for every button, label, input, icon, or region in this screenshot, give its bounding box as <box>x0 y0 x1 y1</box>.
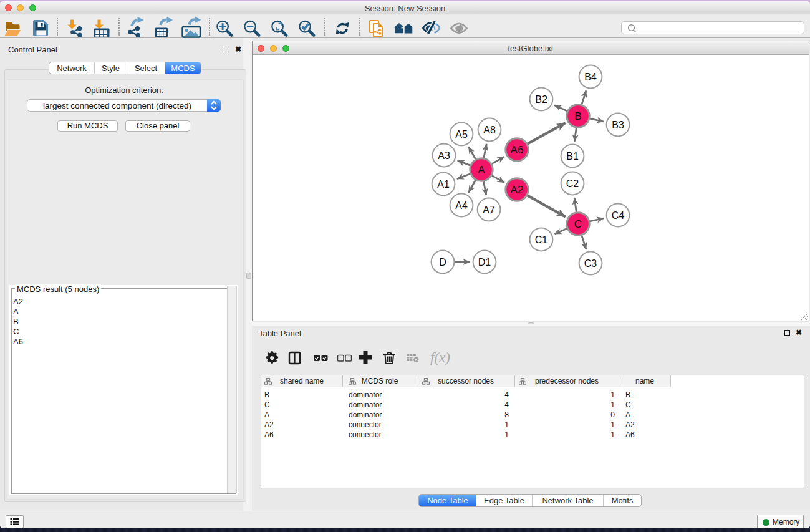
svg-text:C2: C2 <box>566 178 579 189</box>
svg-text:A7: A7 <box>483 205 495 215</box>
svg-text:B4: B4 <box>584 72 597 82</box>
svg-text:A5: A5 <box>455 129 468 140</box>
svg-text:A3: A3 <box>438 150 450 161</box>
svg-text:B3: B3 <box>612 120 624 130</box>
svg-text:D1: D1 <box>478 257 491 268</box>
svg-text:A4: A4 <box>455 200 468 211</box>
svg-text:A2: A2 <box>511 184 524 196</box>
svg-text:B2: B2 <box>535 94 547 105</box>
svg-text:C: C <box>574 218 582 230</box>
svg-text:B: B <box>574 110 581 122</box>
svg-text:A: A <box>478 164 485 176</box>
svg-text:A6: A6 <box>511 144 524 156</box>
svg-text:f(x): f(x) <box>430 350 450 365</box>
svg-text:D: D <box>439 257 446 268</box>
svg-text:A8: A8 <box>483 125 496 135</box>
svg-text:C1: C1 <box>535 235 548 245</box>
svg-text:A1: A1 <box>437 179 450 190</box>
svg-text:C3: C3 <box>584 258 597 269</box>
svg-text:B1: B1 <box>566 151 579 162</box>
svg-text:C4: C4 <box>612 210 625 221</box>
